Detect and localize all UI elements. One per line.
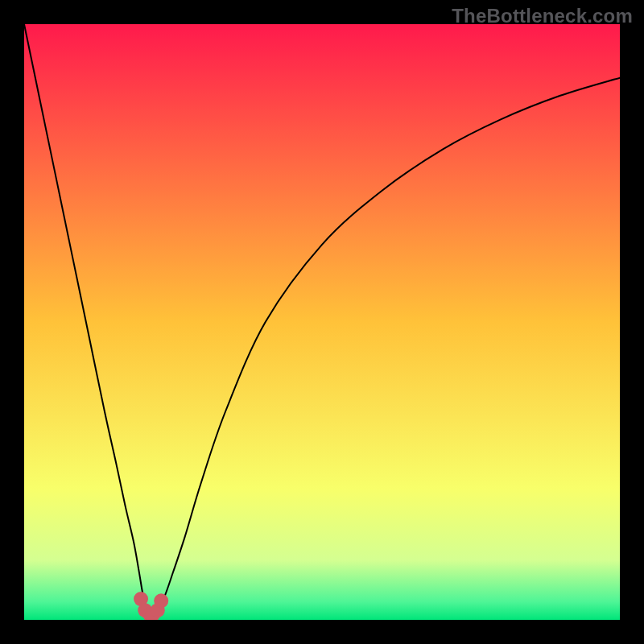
bottleneck-plot — [24, 24, 620, 620]
chart-frame: TheBottleneck.com — [0, 0, 644, 644]
plot-svg — [24, 24, 620, 620]
svg-point-5 — [154, 593, 168, 608]
gradient-background — [24, 24, 620, 620]
